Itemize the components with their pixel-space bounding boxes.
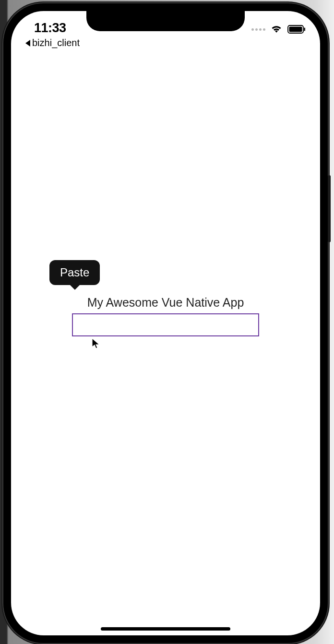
phone-side-button — [328, 175, 331, 242]
content-wrapper: Paste My Awesome Vue Native App — [72, 296, 259, 336]
main-text-input[interactable] — [72, 313, 259, 336]
status-bar-right — [251, 21, 306, 34]
back-app-label: bizhi_client — [32, 37, 80, 48]
wifi-icon — [270, 24, 283, 34]
svg-rect-1 — [289, 27, 302, 32]
context-menu-popup: Paste — [49, 260, 100, 285]
phone-screen: 11:33 bizhi_client — [11, 11, 320, 635]
status-bar-left: 11:33 bizhi_client — [25, 21, 80, 48]
app-title: My Awesome Vue Native App — [72, 296, 259, 310]
home-indicator[interactable] — [101, 627, 230, 631]
back-triangle-icon — [25, 40, 30, 47]
app-content-area: Paste My Awesome Vue Native App — [11, 11, 320, 635]
svg-rect-2 — [304, 28, 306, 31]
cellular-signal-icon — [251, 28, 265, 31]
phone-device-frame: 11:33 bizhi_client — [2, 2, 329, 644]
back-to-app-button[interactable]: bizhi_client — [25, 37, 80, 48]
paste-menu-item[interactable]: Paste — [60, 266, 89, 279]
status-time: 11:33 — [25, 21, 80, 36]
mouse-cursor-icon — [91, 337, 101, 352]
battery-icon — [287, 25, 306, 34]
phone-notch — [86, 11, 245, 31]
